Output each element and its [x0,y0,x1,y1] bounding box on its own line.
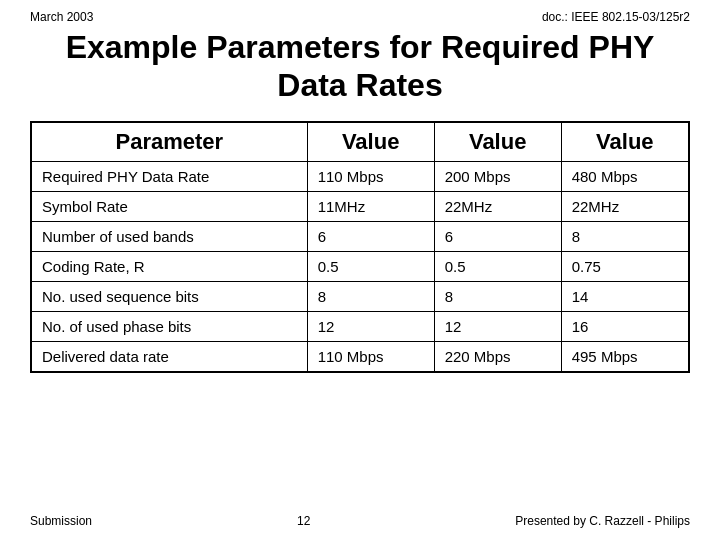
footer-author: Presented by C. Razzell - Philips [515,514,690,528]
table-row: No. used sequence bits8814 [31,281,689,311]
table-cell-5-2: 12 [434,311,561,341]
header-doc: doc.: IEEE 802.15-03/125r2 [542,10,690,24]
table-cell-3-0: Coding Rate, R [31,251,307,281]
table-cell-1-0: Symbol Rate [31,191,307,221]
col-header-value2: Value [434,122,561,162]
table-row: No. of used phase bits121216 [31,311,689,341]
col-header-value1: Value [307,122,434,162]
col-header-value3: Value [561,122,689,162]
footer-submission: Submission [30,514,92,528]
table-cell-4-0: No. used sequence bits [31,281,307,311]
table-cell-2-1: 6 [307,221,434,251]
table-cell-0-3: 480 Mbps [561,161,689,191]
table-row: Required PHY Data Rate110 Mbps200 Mbps48… [31,161,689,191]
table-cell-0-1: 110 Mbps [307,161,434,191]
table-cell-4-3: 14 [561,281,689,311]
data-table: Parameter Value Value Value Required PHY… [30,121,690,373]
table-cell-3-3: 0.75 [561,251,689,281]
table-cell-0-2: 200 Mbps [434,161,561,191]
title-line1: Example Parameters for Required PHY [66,29,655,65]
table-row: Symbol Rate11MHz22MHz22MHz [31,191,689,221]
table-wrapper: Parameter Value Value Value Required PHY… [30,121,690,373]
table-cell-3-2: 0.5 [434,251,561,281]
table-cell-1-2: 22MHz [434,191,561,221]
table-cell-3-1: 0.5 [307,251,434,281]
table-row: Delivered data rate110 Mbps220 Mbps495 M… [31,341,689,372]
table-cell-6-3: 495 Mbps [561,341,689,372]
table-cell-1-3: 22MHz [561,191,689,221]
table-cell-4-2: 8 [434,281,561,311]
table-header-row: Parameter Value Value Value [31,122,689,162]
col-header-parameter: Parameter [31,122,307,162]
table-cell-0-0: Required PHY Data Rate [31,161,307,191]
header-date: March 2003 [30,10,93,24]
footer-bar: Submission 12 Presented by C. Razzell - … [30,514,690,528]
footer-page-number: 12 [297,514,310,528]
page-title: Example Parameters for Required PHY Data… [30,28,690,105]
table-cell-2-0: Number of used bands [31,221,307,251]
table-cell-2-2: 6 [434,221,561,251]
title-line2: Data Rates [277,67,442,103]
table-cell-5-3: 16 [561,311,689,341]
table-cell-4-1: 8 [307,281,434,311]
table-row: Number of used bands668 [31,221,689,251]
table-cell-5-1: 12 [307,311,434,341]
header-bar: March 2003 doc.: IEEE 802.15-03/125r2 [30,10,690,24]
table-cell-1-1: 11MHz [307,191,434,221]
table-cell-6-1: 110 Mbps [307,341,434,372]
table-cell-5-0: No. of used phase bits [31,311,307,341]
table-cell-6-0: Delivered data rate [31,341,307,372]
page: March 2003 doc.: IEEE 802.15-03/125r2 Ex… [0,0,720,540]
table-cell-6-2: 220 Mbps [434,341,561,372]
table-cell-2-3: 8 [561,221,689,251]
table-row: Coding Rate, R0.50.50.75 [31,251,689,281]
